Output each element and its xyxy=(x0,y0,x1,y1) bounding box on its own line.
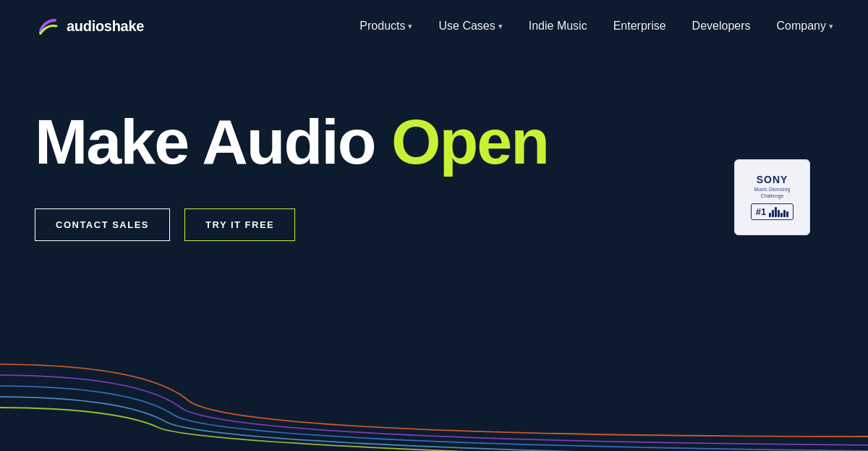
nav-item-enterprise[interactable]: Enterprise xyxy=(613,20,666,33)
sony-subtitle: Music Demixing Challenge xyxy=(754,187,790,199)
sony-brand: SONY xyxy=(757,174,788,185)
hero-title: Make Audio Open xyxy=(35,110,833,174)
logo-text: audioshake xyxy=(67,18,144,35)
rank-bars-icon xyxy=(769,207,788,217)
hero-buttons: CONTACT SALES TRY IT FREE xyxy=(35,208,833,241)
decorative-lines xyxy=(0,234,868,451)
contact-sales-button[interactable]: CONTACT SALES xyxy=(35,208,170,241)
chevron-down-icon: ▾ xyxy=(498,22,503,31)
nav-item-developers[interactable]: Developers xyxy=(692,20,751,33)
chevron-down-icon: ▾ xyxy=(829,22,833,31)
sony-badge: SONY Music Demixing Challenge #1 xyxy=(734,159,810,235)
nav-links: Products ▾ Use Cases ▾ Indie Music Enter… xyxy=(359,20,833,33)
nav-item-indie-music[interactable]: Indie Music xyxy=(529,20,587,33)
nav-item-company[interactable]: Company ▾ xyxy=(777,20,833,33)
logo-icon xyxy=(35,13,61,39)
try-free-button[interactable]: TRY IT FREE xyxy=(184,208,295,241)
sony-rank: #1 xyxy=(751,203,793,220)
chevron-down-icon: ▾ xyxy=(408,22,412,31)
logo[interactable]: audioshake xyxy=(35,13,144,39)
nav-item-products[interactable]: Products ▾ xyxy=(359,20,412,33)
navigation: audioshake Products ▾ Use Cases ▾ Indie … xyxy=(0,0,868,52)
nav-item-use-cases[interactable]: Use Cases ▾ xyxy=(438,20,502,33)
